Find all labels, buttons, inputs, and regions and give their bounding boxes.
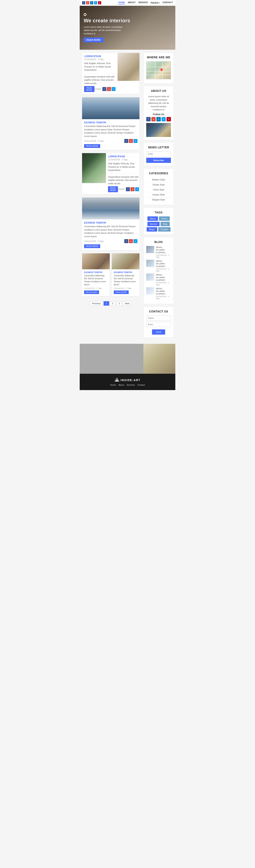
category-urban-style[interactable]: Urban Style [146,187,171,192]
footer-logo: INSIDE-ART [84,378,171,382]
post-2-excerpt: Consectetur Adipiscing Elit, Sed Do Eius… [84,125,138,138]
post-1-fb-button[interactable]: f [102,87,106,91]
tag-service[interactable]: Service [147,222,159,226]
page-2-button[interactable]: 2 [110,301,115,306]
post-2-readmore-button[interactable]: READ MORE [84,144,100,148]
post-3-excerpt2: Suspendisse tincidunt velit velit sagitt… [108,175,139,185]
nav-service[interactable]: SERVICE [138,1,148,4]
follow-gp-icon[interactable]: g [151,117,156,121]
follow-us-icons: f g in t p [146,117,171,121]
newsletter-input[interactable] [146,151,171,156]
prev-button[interactable]: Previous [90,301,103,306]
contact-email-input[interactable] [146,322,171,327]
follow-fb-icon[interactable]: f [146,117,151,121]
post-4-tw-button[interactable]: t [134,239,138,243]
tag-home[interactable]: Home [159,216,170,221]
blog-thumb-2 [146,260,154,267]
post-3-tw-button[interactable]: t [135,187,139,191]
next-button[interactable]: Next [123,301,132,306]
twitter-icon[interactable]: t [94,1,97,4]
navbar: f g in t p HOME ABOUT SERVICE PAGES CONT… [80,0,175,6]
footer-gallery [80,344,175,374]
contact-name-input[interactable] [146,315,171,320]
page-3-button[interactable]: 3 [116,301,122,306]
gallery-item-3 [143,344,175,374]
post-4-fb-button[interactable]: f [124,239,128,243]
blog-sidebar-text-4: ultrices nec.pellen eu.pretium [156,287,171,295]
widget-categories: CATEGORIES Modern Style Simply Style Urb… [144,169,173,205]
post-2-image [82,97,140,119]
post-3-share-label: SHARE [118,188,125,190]
follow-li-icon[interactable]: in [156,117,161,121]
post-1-gp-button[interactable]: g [107,87,111,91]
googleplus-icon[interactable]: g [86,1,89,4]
category-modern-style[interactable]: Modern Style [146,177,171,182]
post-6-meta: 12/June/2019 3 Tags [114,287,138,289]
post-4-social: f g t [124,239,138,243]
nav-home[interactable]: HOME [118,1,125,4]
post-1-readmore-button[interactable]: READ MORE [84,86,95,92]
nav-about[interactable]: ABOUT [128,1,136,4]
post-6-readmore-button[interactable]: READ MORE [114,290,129,294]
category-simply-style[interactable]: Simply Style [146,182,171,187]
page-1-button[interactable]: 1 [104,301,109,306]
post-4-excerpt: Consectetur Adipiscing Elit, Sed Do Eius… [84,225,138,238]
footer-nav-home[interactable]: Home [110,384,116,386]
follow-tw-icon[interactable]: t [161,117,166,121]
tag-about[interactable]: About [147,216,158,221]
footer-nav: Home About Services Contact [84,384,171,386]
post-2-social: f g t [124,139,138,143]
post-6-image [112,253,140,269]
gallery-image-2 [112,344,143,374]
blog-sidebar-info-2: ultrices nec.pellen eu.pretium 12/June/2… [156,260,171,272]
tag-blog[interactable]: Blog [160,222,170,226]
contact-send-button[interactable]: Send [152,330,165,335]
post-1-tw-button[interactable]: t [112,87,115,91]
category-elegant-style[interactable]: Elegant Style [146,197,171,202]
blog-thumb-3 [146,274,154,281]
categories-list: Modern Style Simply Style Urban Style Un… [146,177,171,202]
footer-nav-services[interactable]: Services [126,384,135,386]
follow-pi-icon[interactable]: p [167,117,171,121]
blog-sidebar-info-3: ultrices nec.pellen eu.pretium 12/June/2… [156,274,171,286]
post-2-fb-button[interactable]: f [124,139,128,143]
map-road-v1 [155,61,155,79]
nav-contact[interactable]: CONTACT [162,1,173,4]
post-2-body: EIUSMOD TEMPOR Consectetur Adipiscing El… [82,119,140,150]
category-unique-style[interactable]: Unique Style [146,192,171,197]
post-2-tw-button[interactable]: t [134,139,138,143]
hero-readmore-button[interactable]: READ MORE [84,37,104,42]
pinterest-icon[interactable]: p [98,1,101,4]
post-4-gp-button[interactable]: g [129,239,133,243]
tag-contact[interactable]: Contact [158,227,171,231]
linkedin-icon[interactable]: in [90,1,93,4]
facebook-icon[interactable]: f [82,1,85,4]
subscribe-button[interactable]: Subscribe [146,158,171,163]
gallery-image-3 [143,344,175,374]
blog-post-1: LOREM IPSUM 12/June/2019 3 Tags Velit Sa… [82,53,140,94]
about-us-image [146,123,171,137]
tag-blog2[interactable]: Blog2 [147,227,157,231]
footer-nav-about[interactable]: About [118,384,124,386]
footer-nav-contact[interactable]: Contact [137,384,145,386]
post-3-readmore-button[interactable]: READ MORE [108,186,118,192]
post-5-meta: 12/June/2019 3 Tags [84,287,108,289]
blog-sidebar-item-4: ultrices nec.pellen eu.pretium 12/June/2… [146,287,171,300]
post-4-readmore-button[interactable]: READ MORE [84,244,100,248]
post-2-gp-button[interactable]: g [129,139,133,143]
post-1-meta: 12/June/2019 3 Tags [84,58,115,61]
hero-subtitle: Lorem ipsum dolor sit amet, consectetur … [84,25,123,35]
post-4-meta: 12/June/2019 3 Tags [84,240,104,242]
about-us-text: Lorem ipsum dolor sit amet, consectetur … [146,95,171,112]
post-5-readmore-button[interactable]: READ MORE [84,290,99,294]
hero-title: We create interiors [84,18,130,24]
blog-sidebar-meta-3: 12/June/2019 3 Tags [156,282,171,286]
about-us-title: ABOUT US [146,89,171,92]
hero-section: We create interiors Lorem ipsum dolor si… [80,6,175,50]
blog-post-2: EIUSMOD TEMPOR Consectetur Adipiscing El… [82,97,140,150]
nav-pages[interactable]: PAGES [151,1,159,4]
blog-sidebar-title: BLOG [146,240,171,244]
post-5-title: EIUSMOD TEMPOR [84,271,108,274]
post-3-fb-button[interactable]: f [126,187,130,191]
post-3-gp-button[interactable]: g [131,187,135,191]
